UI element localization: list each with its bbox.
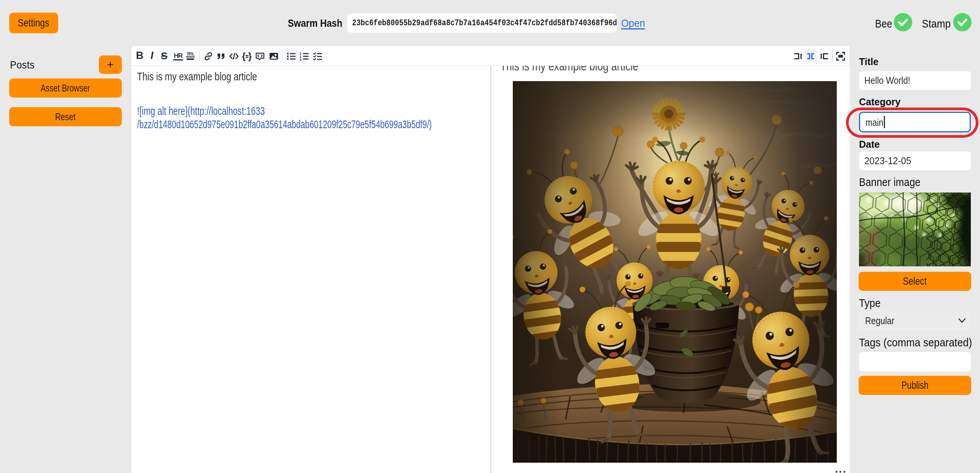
svg-text:{: {: [242, 51, 245, 61]
svg-text:3: 3: [299, 58, 301, 61]
svg-text:TITL: TITL: [187, 52, 195, 56]
svg-text:}: }: [248, 51, 252, 61]
